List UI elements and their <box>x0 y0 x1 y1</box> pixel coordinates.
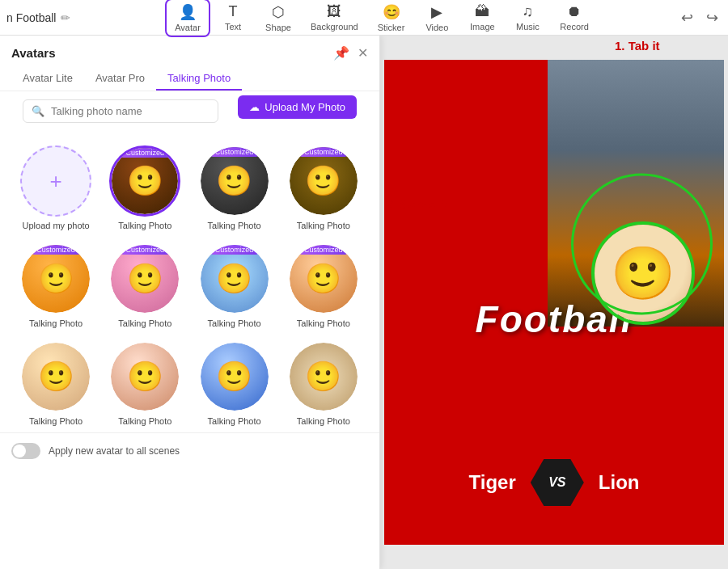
tool-item-shape[interactable]: ⬡ Shape <box>256 0 301 37</box>
panel-header: Avatars 📌 ✕ <box>0 36 379 67</box>
avatar-face-3: 🙂 <box>290 147 358 215</box>
tool-item-background[interactable]: 🖼 Background <box>301 0 368 36</box>
avatar-label-9: Talking Photo <box>118 416 171 426</box>
avatar-img-wrap-5: Customized 🙂 <box>109 243 180 314</box>
canvas-area[interactable]: Football Tiger VS Lion 🙂 1. T <box>380 36 728 569</box>
avatar-img-wrap-3: Customized 🙂 <box>288 145 359 217</box>
avatar-panel: Avatars 📌 ✕ Avatar LiteAvatar ProTalking… <box>0 36 380 569</box>
music-label: Music <box>516 22 540 32</box>
avatar-img-wrap-2: Customized 🙂 <box>199 145 270 217</box>
avatar-grid: + Upload my photo Customized 🙂 Talking P… <box>0 139 379 432</box>
avatar-label-1: Talking Photo <box>118 221 171 230</box>
redo-button[interactable]: ↪ <box>703 6 722 30</box>
avatar-label-5: Talking Photo <box>118 318 171 328</box>
search-input[interactable] <box>51 105 210 117</box>
tool-item-avatar[interactable]: 👤 Avatar <box>165 0 210 37</box>
shape-label: Shape <box>265 23 291 32</box>
vs-text: VS <box>548 475 565 490</box>
panel-title: Avatars <box>11 46 55 60</box>
panel-actions: 📌 ✕ <box>333 45 368 61</box>
edit-icon[interactable]: ✏ <box>61 11 70 24</box>
canvas-avatar-face: 🙂 <box>595 225 692 322</box>
record-icon: ⏺ <box>567 3 582 20</box>
vs-badge: VS <box>531 459 584 506</box>
avatar-cell-3[interactable]: Customized 🙂 Talking Photo <box>279 139 368 237</box>
avatar-cell-0[interactable]: + Upload my photo <box>11 139 100 237</box>
toolbar-left: n Football ✏ <box>6 11 152 24</box>
customized-badge-1: Customized <box>121 148 170 158</box>
upload-placeholder[interactable]: + <box>20 145 91 217</box>
football-poster: Football Tiger VS Lion 🙂 <box>384 60 724 545</box>
avatar-label: Avatar <box>175 23 201 32</box>
team2-name: Lion <box>599 471 640 494</box>
search-box[interactable]: 🔍 <box>23 99 218 123</box>
avatar-label-7: Talking Photo <box>297 318 350 328</box>
avatar-face-1: 🙂 <box>112 148 178 214</box>
tool-item-sticker[interactable]: 😊 Sticker <box>368 0 415 37</box>
avatar-img-wrap-6: Customized 🙂 <box>199 243 270 314</box>
tool-item-text[interactable]: T Text <box>210 0 256 36</box>
avatar-cell-2[interactable]: Customized 🙂 Talking Photo <box>190 139 279 237</box>
apply-all-toggle[interactable] <box>11 443 40 459</box>
avatar-img-wrap-10: 🙂 <box>199 341 270 412</box>
avatar-label-2: Talking Photo <box>208 221 261 230</box>
panel-footer: Apply new avatar to all scenes <box>0 432 379 469</box>
avatar-face-10: 🙂 <box>201 343 269 411</box>
footer-label: Apply new avatar to all scenes <box>49 445 180 457</box>
avatar-face-4: 🙂 <box>22 245 90 313</box>
sticker-icon: 😊 <box>383 3 400 21</box>
search-row: 🔍 ☁ Upload My Photo <box>0 91 379 139</box>
avatar-label-3: Talking Photo <box>297 221 350 230</box>
avatar-face-9: 🙂 <box>111 343 179 411</box>
avatar-face-11: 🙂 <box>290 343 358 411</box>
panel-tab-talking[interactable]: Talking Photo <box>156 67 242 91</box>
pin-button[interactable]: 📌 <box>333 45 349 61</box>
tool-item-image[interactable]: 🏔 Image <box>459 0 505 36</box>
upload-icon: ☁ <box>249 101 260 113</box>
avatar-label-8: Talking Photo <box>29 416 83 426</box>
undo-button[interactable]: ↩ <box>678 6 696 30</box>
avatar-cell-11[interactable]: 🙂 Talking Photo <box>279 335 368 432</box>
close-button[interactable]: ✕ <box>358 45 368 61</box>
customized-badge-6: Customized <box>210 245 259 255</box>
avatar-cell-8[interactable]: 🙂 Talking Photo <box>11 335 100 432</box>
toggle-knob <box>13 445 26 457</box>
avatar-cell-5[interactable]: Customized 🙂 Talking Photo <box>100 237 189 335</box>
avatar-cell-7[interactable]: Customized 🙂 Talking Photo <box>279 237 368 335</box>
avatar-cell-6[interactable]: Customized 🙂 Talking Photo <box>190 237 279 335</box>
upload-photo-button[interactable]: ☁ Upload My Photo <box>238 95 357 119</box>
background-icon: 🖼 <box>327 3 341 20</box>
tool-item-record[interactable]: ⏺ Record <box>550 0 598 36</box>
avatar-cell-9[interactable]: 🙂 Talking Photo <box>100 335 189 432</box>
avatar-cell-4[interactable]: Customized 🙂 Talking Photo <box>11 237 100 335</box>
shape-icon: ⬡ <box>272 3 285 21</box>
panel-tab-lite[interactable]: Avatar Lite <box>11 67 84 91</box>
avatar-label-10: Talking Photo <box>208 416 261 426</box>
video-icon: ▶ <box>431 3 442 21</box>
vs-row: Tiger VS Lion <box>384 459 724 506</box>
tool-item-video[interactable]: ▶ Video <box>414 0 459 37</box>
avatar-img-wrap-7: Customized 🙂 <box>288 243 359 314</box>
avatar-label-6: Talking Photo <box>208 318 261 328</box>
customized-badge-2: Customized <box>210 147 259 157</box>
avatar-cell-10[interactable]: 🙂 Talking Photo <box>190 335 279 432</box>
upload-label: Upload My Photo <box>265 101 345 113</box>
avatar-icon: 👤 <box>179 3 197 21</box>
team1-name: Tiger <box>469 471 516 494</box>
avatar-img-wrap-9: 🙂 <box>109 341 180 412</box>
image-icon: 🏔 <box>475 3 489 20</box>
avatar-img-wrap-4: Customized 🙂 <box>20 243 91 314</box>
avatar-cell-1[interactable]: Customized 🙂 Talking Photo <box>100 139 189 237</box>
avatar-face-2: 🙂 <box>201 147 269 215</box>
background-label: Background <box>311 22 358 32</box>
customized-badge-3: Customized <box>299 147 348 157</box>
panel-tab-pro[interactable]: Avatar Pro <box>84 67 156 91</box>
tool-item-music[interactable]: ♫ Music <box>505 0 550 36</box>
step1-label: 1. Tab it <box>615 39 660 53</box>
panel-tabs: Avatar LiteAvatar ProTalking Photo <box>0 67 379 91</box>
search-icon: 🔍 <box>32 105 44 117</box>
music-icon: ♫ <box>523 3 534 20</box>
project-title: n Football <box>6 11 56 24</box>
avatar-label-0: Upload my photo <box>23 221 90 230</box>
canvas-avatar-circle: 🙂 <box>591 221 695 325</box>
